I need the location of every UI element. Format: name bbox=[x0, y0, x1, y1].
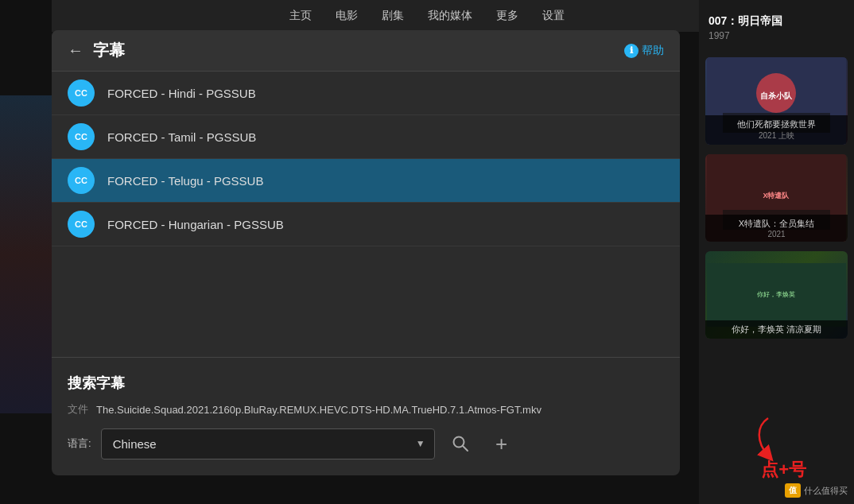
search-button[interactable] bbox=[444, 428, 476, 459]
svg-text:X特遣队: X特遣队 bbox=[763, 192, 790, 200]
nav-item-tv[interactable]: 剧集 bbox=[382, 9, 404, 23]
sidebar-movie-label-2: X特遣队：全员集结 2021 bbox=[705, 215, 848, 242]
svg-text:你好，李焕英: 你好，李焕英 bbox=[757, 291, 795, 298]
right-sidebar: 007：明日帝国 1997 自杀小队 他们死都要拯救世界 2021 上映 X特遣… bbox=[699, 0, 854, 504]
back-button[interactable]: ← bbox=[68, 41, 83, 60]
cc-badge-tamil: CC bbox=[68, 123, 95, 150]
sidebar-movie-card-2[interactable]: X特遣队 X特遣队：全员集结 2021 bbox=[705, 154, 848, 242]
lang-label: 语言: bbox=[68, 436, 91, 451]
svg-text:自杀小队: 自杀小队 bbox=[760, 91, 793, 100]
cc-badge-telugu: CC bbox=[68, 167, 95, 194]
lang-select[interactable]: Chinese English Japanese Korean French G… bbox=[101, 428, 435, 459]
nav-item-movies[interactable]: 电影 bbox=[336, 9, 358, 23]
svg-line-10 bbox=[463, 446, 468, 451]
watermark: 值 什么值得买 bbox=[785, 483, 848, 498]
cc-badge-hungarian: CC bbox=[68, 211, 95, 238]
add-icon: + bbox=[495, 433, 507, 454]
lang-row: 语言: Chinese English Japanese Korean Fren… bbox=[68, 428, 664, 459]
nav-item-more[interactable]: 更多 bbox=[496, 9, 518, 23]
sidebar-movie-card-1[interactable]: 自杀小队 他们死都要拯救世界 2021 上映 bbox=[705, 57, 848, 145]
sidebar-movie-name-007: 007：明日帝国 bbox=[708, 14, 844, 29]
subtitle-label-tamil: FORCED - Tamil - PGSSUB bbox=[107, 130, 256, 144]
dialog-title: 字幕 bbox=[93, 40, 624, 61]
subtitle-label-hindi: FORCED - Hindi - PGSSUB bbox=[107, 87, 256, 100]
subtitle-label-telugu: FORCED - Telugu - PGSSUB bbox=[107, 174, 263, 188]
file-label: 文件 bbox=[68, 402, 88, 417]
help-label: 帮助 bbox=[642, 44, 664, 58]
sidebar-movie-label-1: 他们死都要拯救世界 2021 上映 bbox=[705, 115, 848, 145]
subtitle-item-hungarian[interactable]: CC FORCED - Hungarian - PGSSUB bbox=[52, 203, 680, 246]
sidebar-movie-label-3: 你好，李焕英 清凉夏期 bbox=[705, 320, 848, 339]
sidebar-movie-sublabel-1: 2021 上映 bbox=[710, 130, 843, 142]
sidebar-movie-title-007: 007：明日帝国 1997 bbox=[705, 8, 848, 48]
subtitle-list: CC FORCED - Hindi - PGSSUB CC FORCED - T… bbox=[52, 72, 680, 357]
dialog-header: ← 字幕 ℹ 帮助 bbox=[52, 30, 680, 72]
lang-select-wrapper: Chinese English Japanese Korean French G… bbox=[101, 428, 435, 459]
search-section: 搜索字幕 文件 The.Suicide.Squad.2021.2160p.Blu… bbox=[52, 357, 680, 475]
file-row: 文件 The.Suicide.Squad.2021.2160p.BluRay.R… bbox=[68, 402, 664, 417]
subtitle-item-telugu[interactable]: CC FORCED - Telugu - PGSSUB bbox=[52, 159, 680, 203]
nav-item-media[interactable]: 我的媒体 bbox=[428, 9, 472, 23]
help-button[interactable]: ℹ 帮助 bbox=[624, 44, 664, 58]
sidebar-movie-year-007: 1997 bbox=[708, 30, 844, 41]
subtitle-label-hungarian: FORCED - Hungarian - PGSSUB bbox=[107, 218, 284, 231]
sidebar-movie-card-3[interactable]: 你好，李焕英 你好，李焕英 清凉夏期 bbox=[705, 251, 848, 339]
add-button[interactable]: + bbox=[486, 428, 518, 459]
sidebar-movie-sublabel-2: 2021 bbox=[710, 230, 843, 238]
nav-item-home[interactable]: 主页 bbox=[289, 9, 312, 23]
search-title: 搜索字幕 bbox=[68, 374, 664, 393]
subtitle-item-tamil[interactable]: CC FORCED - Tamil - PGSSUB bbox=[52, 115, 680, 159]
subtitle-item-hindi[interactable]: CC FORCED - Hindi - PGSSUB bbox=[52, 72, 680, 115]
cc-badge-hindi: CC bbox=[68, 79, 95, 107]
nav-item-settings[interactable]: 设置 bbox=[542, 9, 565, 23]
subtitle-dialog: ← 字幕 ℹ 帮助 CC FORCED - Hindi - PGSSUB CC … bbox=[52, 30, 680, 475]
watermark-text: 什么值得买 bbox=[804, 485, 848, 497]
left-movie-strip bbox=[0, 95, 52, 413]
watermark-badge: 值 bbox=[785, 483, 801, 498]
file-name: The.Suicide.Squad.2021.2160p.BluRay.REMU… bbox=[96, 404, 542, 416]
search-icon bbox=[452, 435, 469, 452]
help-icon: ℹ bbox=[624, 44, 639, 58]
